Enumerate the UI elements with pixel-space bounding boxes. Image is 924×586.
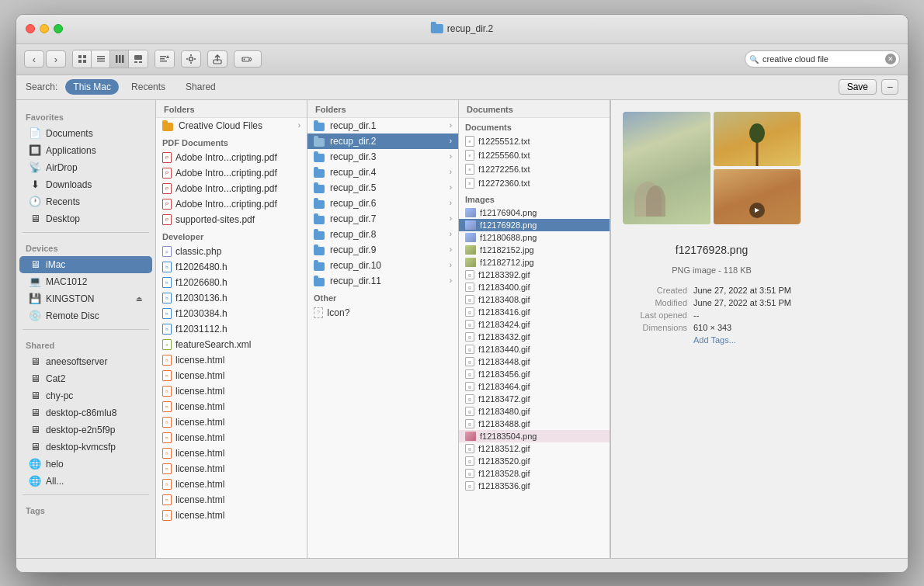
- sidebar-item-desktop-c86[interactable]: 🖥 desktop-c86mlu8: [19, 404, 152, 421]
- sidebar-item-applications[interactable]: 🔲 Applications: [19, 142, 152, 159]
- gif-file-6[interactable]: g f12183432.gif: [459, 331, 610, 343]
- gif-file-13[interactable]: g f12183488.gif: [459, 418, 610, 430]
- folder-recup7[interactable]: recup_dir.7 ›: [307, 211, 458, 227]
- gif-file-16[interactable]: g f12183528.gif: [459, 467, 610, 480]
- folder-recup3[interactable]: recup_dir.3 ›: [307, 149, 458, 165]
- share-btn[interactable]: [207, 50, 228, 68]
- search-input[interactable]: [745, 50, 900, 68]
- folder-recup9[interactable]: recup_dir.9 ›: [307, 242, 458, 258]
- list-view-btn[interactable]: [92, 50, 110, 68]
- folder-recup8[interactable]: recup_dir.8 ›: [307, 227, 458, 242]
- close-button[interactable]: [26, 24, 35, 33]
- txt-file-2[interactable]: ≡ f12255560.txt: [459, 148, 610, 162]
- minimize-button[interactable]: [40, 24, 49, 33]
- txt-file-4[interactable]: ≡ f12272360.txt: [459, 176, 610, 190]
- add-tags-link[interactable]: Add Tags...: [693, 335, 736, 345]
- sidebar-item-helo[interactable]: 🌐 helo: [19, 456, 152, 473]
- pdf-item-4[interactable]: P Adobe Intro...cripting.pdf: [156, 196, 307, 212]
- arrange-btn[interactable]: [155, 50, 174, 68]
- html-item-10[interactable]: h license.html: [156, 492, 307, 508]
- column-view-btn[interactable]: [110, 50, 129, 68]
- jpg-file-2[interactable]: f12182712.jpg: [459, 256, 610, 269]
- gif-file-15[interactable]: g f12183520.gif: [459, 455, 610, 467]
- play-button-overlay[interactable]: ▶: [749, 203, 765, 218]
- html-item-6[interactable]: h license.html: [156, 430, 307, 446]
- gallery-view-btn[interactable]: [129, 50, 148, 68]
- gif-file-12[interactable]: g f12183480.gif: [459, 405, 610, 418]
- pdf-item-3[interactable]: P Adobe Intro...cripting.pdf: [156, 181, 307, 196]
- html-item-4[interactable]: h license.html: [156, 399, 307, 414]
- save-button[interactable]: Save: [839, 79, 877, 95]
- gif-file-3[interactable]: g f12183408.gif: [459, 293, 610, 306]
- tab-recents[interactable]: Recents: [123, 79, 173, 95]
- eject-icon[interactable]: ⏏: [136, 295, 143, 303]
- tab-this-mac[interactable]: This Mac: [65, 79, 119, 95]
- h-item-5[interactable]: h f12031112.h: [156, 321, 307, 337]
- icon-file[interactable]: ? Icon?: [307, 305, 458, 321]
- gif-file-17[interactable]: g f12183536.gif: [459, 480, 610, 492]
- gif-file-4[interactable]: g f12183416.gif: [459, 306, 610, 318]
- h-item-4[interactable]: h f12030384.h: [156, 306, 307, 321]
- gif-file-2[interactable]: g f12183400.gif: [459, 281, 610, 293]
- icon-view-btn[interactable]: [73, 50, 92, 68]
- html-item-9[interactable]: h license.html: [156, 477, 307, 492]
- sidebar-item-mac1012[interactable]: 💻 MAC1012: [19, 273, 152, 290]
- tag-btn[interactable]: [234, 50, 262, 68]
- gif-file-9[interactable]: g f12183456.gif: [459, 368, 610, 380]
- pdf-item-5[interactable]: P supported-sites.pdf: [156, 212, 307, 227]
- folder-recup2[interactable]: recup_dir.2 ›: [307, 133, 458, 149]
- sidebar-item-imac[interactable]: 🖥 iMac: [19, 256, 152, 273]
- sidebar-item-downloads[interactable]: ⬇ Downloads: [19, 176, 152, 193]
- html-item-5[interactable]: h license.html: [156, 414, 307, 430]
- tab-shared[interactable]: Shared: [178, 79, 224, 95]
- folder-recup6[interactable]: recup_dir.6 ›: [307, 196, 458, 211]
- creative-cloud-folder[interactable]: Creative Cloud Files ›: [156, 118, 307, 133]
- maximize-button[interactable]: [54, 24, 63, 33]
- txt-file-1[interactable]: ≡ f12255512.txt: [459, 134, 610, 148]
- action-btn[interactable]: [181, 50, 201, 68]
- html-item-8[interactable]: h license.html: [156, 461, 307, 477]
- sidebar-item-recents[interactable]: 🕐 Recents: [19, 193, 152, 210]
- pdf-item-2[interactable]: P Adobe Intro...cripting.pdf: [156, 165, 307, 181]
- png-file-3[interactable]: f12180688.png: [459, 231, 610, 244]
- gif-file-14[interactable]: g f12183512.gif: [459, 442, 610, 455]
- png-file-color[interactable]: f12183504.png: [459, 430, 610, 442]
- back-button[interactable]: ‹: [24, 50, 44, 68]
- php-item[interactable]: p classic.php: [156, 244, 307, 259]
- gif-file-5[interactable]: g f12183424.gif: [459, 318, 610, 331]
- sidebar-item-aneesoftserver[interactable]: 🖥 aneesoftserver: [19, 353, 152, 370]
- sidebar-item-airdrop[interactable]: 📡 AirDrop: [19, 159, 152, 176]
- gif-file-11[interactable]: g f12183472.gif: [459, 393, 610, 405]
- folder-recup4[interactable]: recup_dir.4 ›: [307, 165, 458, 180]
- sidebar-item-remote-disc[interactable]: 💿 Remote Disc: [19, 307, 152, 324]
- folder-recup1[interactable]: recup_dir.1 ›: [307, 118, 458, 133]
- sidebar-item-all[interactable]: 🌐 All...: [19, 473, 152, 490]
- search-clear-btn[interactable]: ✕: [885, 54, 896, 64]
- minus-button[interactable]: −: [881, 79, 898, 95]
- png-file-2-selected[interactable]: f12176928.png: [459, 219, 610, 231]
- html-item-1[interactable]: h license.html: [156, 352, 307, 368]
- xml-item[interactable]: x featureSearch.xml: [156, 337, 307, 352]
- png-file-1[interactable]: f12176904.png: [459, 206, 610, 219]
- sidebar-item-cat2[interactable]: 🖥 Cat2: [19, 370, 152, 387]
- jpg-file-1[interactable]: f12182152.jpg: [459, 244, 610, 256]
- h-item-1[interactable]: h f12026480.h: [156, 259, 307, 275]
- gif-file-10[interactable]: g f12183464.gif: [459, 380, 610, 393]
- html-item-11[interactable]: h license.html: [156, 508, 307, 523]
- sidebar-item-documents[interactable]: 📄 Documents: [19, 125, 152, 142]
- h-item-2[interactable]: h f12026680.h: [156, 275, 307, 290]
- h-item-3[interactable]: h f12030136.h: [156, 290, 307, 306]
- sidebar-item-desktop[interactable]: 🖥 Desktop: [19, 210, 152, 227]
- sidebar-item-desktop-e2n[interactable]: 🖥 desktop-e2n5f9p: [19, 421, 152, 439]
- html-item-7[interactable]: h license.html: [156, 446, 307, 461]
- folder-recup11[interactable]: recup_dir.11 ›: [307, 273, 458, 289]
- sidebar-item-kingston[interactable]: 💾 KINGSTON ⏏: [19, 290, 152, 307]
- sidebar-item-desktop-kvm[interactable]: 🖥 desktop-kvmcsfp: [19, 439, 152, 456]
- html-item-3[interactable]: h license.html: [156, 383, 307, 399]
- gif-file-8[interactable]: g f12183448.gif: [459, 355, 610, 368]
- folder-recup5[interactable]: recup_dir.5 ›: [307, 180, 458, 196]
- gif-file-7[interactable]: g f12183440.gif: [459, 343, 610, 355]
- txt-file-3[interactable]: ≡ f12272256.txt: [459, 162, 610, 176]
- html-item-2[interactable]: h license.html: [156, 368, 307, 383]
- sidebar-item-chy-pc[interactable]: 🖥 chy-pc: [19, 387, 152, 404]
